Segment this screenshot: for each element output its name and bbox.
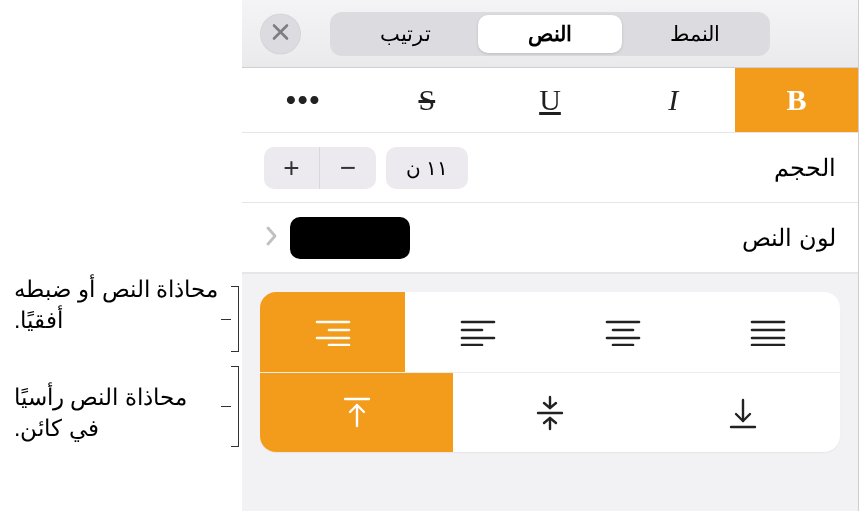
alignment-card: [260, 292, 840, 452]
text-color-label: لون النص: [742, 224, 836, 252]
tab-style[interactable]: النمط: [622, 15, 767, 53]
underline-icon: U: [539, 83, 561, 117]
italic-button[interactable]: I: [612, 68, 735, 132]
size-increase-button[interactable]: +: [264, 147, 320, 189]
vertical-align-row: [260, 372, 840, 452]
more-icon: •••: [286, 84, 321, 116]
bracket-2: [231, 366, 239, 447]
size-value[interactable]: ١١ ن: [386, 147, 468, 189]
italic-icon: I: [668, 83, 678, 117]
align-right-icon: [315, 318, 351, 346]
strikethrough-button[interactable]: S: [365, 68, 488, 132]
text-style-row: B I U S •••: [242, 68, 858, 133]
more-styles-button[interactable]: •••: [242, 68, 365, 132]
callout-vertical-align: محاذاة النص رأسيًا في كائن.: [14, 382, 219, 444]
size-label: الحجم: [774, 154, 836, 182]
align-center-button[interactable]: [550, 292, 695, 372]
align-justify-icon: [750, 318, 786, 346]
align-left-icon: [460, 318, 496, 346]
tab-segmented-control: النمط النص ترتيب: [330, 12, 770, 56]
valign-top-button[interactable]: [260, 373, 453, 452]
callout-horizontal-align: محاذاة النص أو ضبطه أفقيًا.: [14, 274, 219, 336]
align-right-button[interactable]: [260, 292, 405, 372]
valign-middle-icon: [535, 395, 565, 431]
size-stepper: − +: [264, 147, 376, 189]
close-button[interactable]: [260, 13, 301, 54]
bold-button[interactable]: B: [735, 68, 858, 132]
align-justify-button[interactable]: [695, 292, 840, 372]
valign-bottom-button[interactable]: [647, 373, 840, 452]
valign-middle-button[interactable]: [453, 373, 646, 452]
tab-arrange[interactable]: ترتيب: [333, 15, 478, 53]
align-left-button[interactable]: [405, 292, 550, 372]
valign-bottom-icon: [728, 396, 758, 430]
align-center-icon: [605, 318, 641, 346]
text-color-value: [264, 217, 410, 259]
valign-top-icon: [342, 396, 372, 430]
bold-icon: B: [786, 83, 806, 117]
color-swatch[interactable]: [290, 217, 410, 259]
chevron-left-icon: [264, 222, 278, 254]
bracket-1: [231, 286, 239, 352]
close-icon: [272, 23, 289, 44]
size-stepper-group: ١١ ن − +: [264, 147, 468, 189]
strikethrough-icon: S: [418, 83, 435, 117]
format-panel: النمط النص ترتيب B I U S ••• الحجم ١١ ن …: [242, 0, 859, 511]
bracket-lead-2: [221, 406, 231, 407]
size-row: الحجم ١١ ن − +: [242, 133, 858, 203]
tab-bar: النمط النص ترتيب: [242, 0, 858, 68]
underline-button[interactable]: U: [488, 68, 611, 132]
tab-text[interactable]: النص: [478, 15, 623, 53]
size-decrease-button[interactable]: −: [320, 147, 376, 189]
bracket-lead-1: [221, 319, 231, 320]
text-color-row[interactable]: لون النص: [242, 203, 858, 273]
alignment-section: [242, 273, 858, 511]
horizontal-align-row: [260, 292, 840, 372]
